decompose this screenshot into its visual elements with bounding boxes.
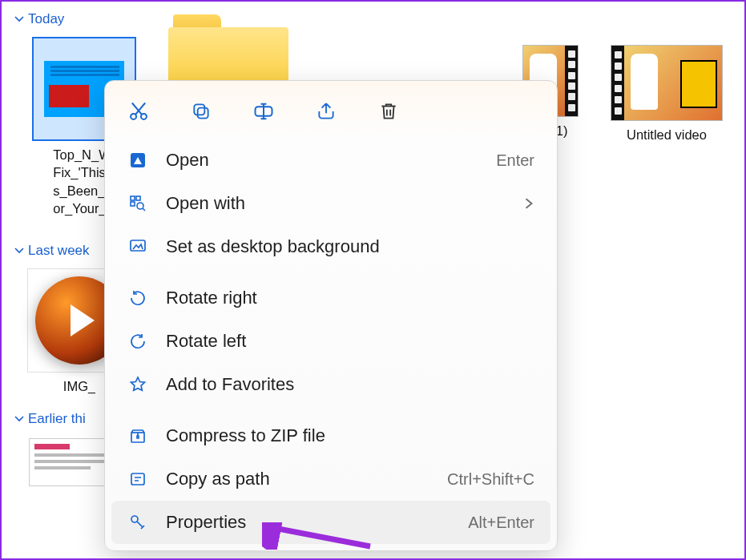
group-today-header[interactable]: Today <box>11 10 741 29</box>
menu-label: Rotate left <box>166 331 246 352</box>
svg-point-0 <box>131 114 136 119</box>
menu-hint: Enter <box>496 151 534 170</box>
svg-rect-3 <box>194 104 204 115</box>
menu-item-rotate-left[interactable]: Rotate left <box>111 320 550 363</box>
menu-hint: Alt+Enter <box>468 514 534 532</box>
menu-item-favorites[interactable]: Add to Favorites <box>111 363 550 406</box>
menu-item-compress[interactable]: Compress to ZIP file <box>111 414 550 457</box>
zip-icon <box>127 425 148 446</box>
video-item-2[interactable]: Untitled video <box>607 45 727 217</box>
star-icon <box>127 374 148 395</box>
chevron-down-icon <box>14 246 24 256</box>
menu-label: Rotate right <box>166 288 257 308</box>
chevron-down-icon <box>14 14 24 24</box>
rotate-right-icon <box>127 288 148 308</box>
group-label: Today <box>28 11 64 27</box>
svg-rect-6 <box>131 196 135 200</box>
svg-rect-11 <box>131 473 144 485</box>
share-icon[interactable] <box>313 99 339 124</box>
copy-path-icon <box>127 469 148 489</box>
copy-icon[interactable] <box>188 99 214 124</box>
svg-point-1 <box>141 114 147 119</box>
svg-rect-7 <box>136 196 140 200</box>
menu-label: Set as desktop background <box>166 236 380 257</box>
context-menu: Open Enter Open with Set as desktop back… <box>104 80 558 551</box>
file-caption: IMG_ <box>63 377 95 395</box>
svg-rect-8 <box>131 202 135 206</box>
menu-item-rotate-right[interactable]: Rotate right <box>111 276 550 320</box>
menu-item-open[interactable]: Open Enter <box>111 139 550 182</box>
menu-item-properties[interactable]: Properties Alt+Enter <box>111 501 550 544</box>
menu-label: Open with <box>166 193 245 214</box>
menu-label: Copy as path <box>166 469 270 489</box>
svg-point-9 <box>137 203 143 209</box>
desktop-background-icon <box>127 236 148 257</box>
chevron-right-icon <box>523 198 534 209</box>
menu-item-open-with[interactable]: Open with <box>111 182 550 225</box>
menu-item-copy-path[interactable]: Copy as path Ctrl+Shift+C <box>111 457 550 501</box>
properties-icon <box>127 512 148 533</box>
menu-hint: Ctrl+Shift+C <box>447 470 534 489</box>
chevron-down-icon <box>14 414 24 424</box>
rotate-left-icon <box>127 331 148 352</box>
rename-icon[interactable] <box>251 99 276 124</box>
menu-label: Compress to ZIP file <box>166 425 325 446</box>
menu-label: Open <box>166 150 209 171</box>
group-label: Earlier thi <box>28 411 86 427</box>
svg-rect-10 <box>131 240 145 251</box>
menu-label: Add to Favorites <box>166 374 294 395</box>
menu-label: Properties <box>166 512 246 533</box>
open-icon <box>127 150 148 171</box>
menu-item-set-background[interactable]: Set as desktop background <box>111 225 550 268</box>
open-with-icon <box>127 193 148 214</box>
delete-icon[interactable] <box>376 99 401 124</box>
svg-rect-2 <box>198 108 208 119</box>
file-caption: Untitled video <box>627 126 707 143</box>
cut-icon[interactable] <box>126 99 151 124</box>
context-menu-toolbar <box>111 87 550 139</box>
group-label: Last week <box>28 243 90 259</box>
svg-point-12 <box>131 516 138 522</box>
